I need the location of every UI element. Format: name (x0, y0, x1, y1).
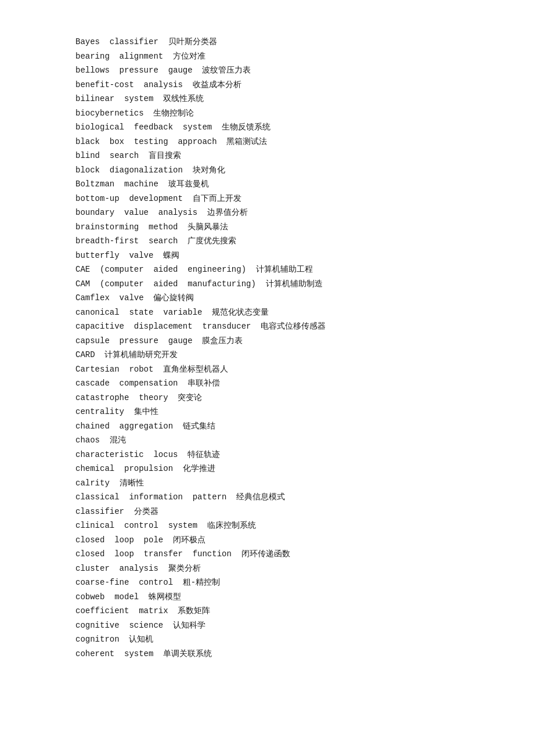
english-term: breadth-first search (75, 236, 187, 246)
chinese-term: 生物控制论 (153, 109, 194, 118)
english-term: CAM (computer aided manufacturing) (75, 279, 266, 289)
english-term: biocybernetics (75, 109, 153, 118)
chinese-term: 混沌 (110, 435, 126, 445)
list-item: bellows pressure gauge 波纹管压力表 (75, 63, 459, 78)
list-item: CAM (computer aided manufacturing) 计算机辅助… (75, 277, 459, 291)
chinese-term: 突变论 (178, 393, 202, 402)
chinese-term: 玻耳兹曼机 (168, 179, 209, 189)
list-item: brainstorming method 头脑风暴法 (75, 220, 459, 235)
chinese-term: 集中性 (134, 407, 158, 416)
chinese-term: 膜盒压力表 (202, 336, 243, 345)
english-term: biological feedback system (75, 123, 222, 132)
list-item: CARD 计算机辅助研究开发 (75, 348, 459, 362)
chinese-term: 计算机辅助制造 (266, 279, 323, 289)
list-item: cluster analysis 聚类分析 (75, 561, 459, 576)
english-term: CAE (computer aided engineering) (75, 265, 256, 274)
list-item: capacitive displacement transducer 电容式位移… (75, 319, 459, 334)
list-item: Bayes classifier 贝叶斯分类器 (75, 35, 459, 49)
list-item: coefficient matrix 系数矩阵 (75, 604, 459, 618)
chinese-term: 分类器 (134, 507, 158, 516)
chinese-term: 化学推进 (183, 464, 215, 473)
list-item: chaos 混沌 (75, 433, 459, 448)
chinese-term: 单调关联系统 (163, 649, 212, 658)
list-item: blind search 盲目搜索 (75, 149, 459, 163)
chinese-term: 方位对准 (173, 52, 205, 61)
chinese-term: 电容式位移传感器 (261, 322, 326, 331)
chinese-term: 临床控制系统 (207, 521, 256, 530)
list-item: benefit-cost analysis 收益成本分析 (75, 78, 459, 92)
list-item: catastrophe theory 突变论 (75, 391, 459, 405)
english-term: cobweb model (75, 592, 149, 602)
list-item: bottom-up development 自下而上开发 (75, 192, 459, 206)
english-term: cognitron (75, 635, 129, 644)
chinese-term: 闭环极点 (173, 535, 205, 545)
list-item: capsule pressure gauge 膜盒压力表 (75, 334, 459, 348)
chinese-term: 计算机辅助研究开发 (104, 350, 178, 359)
english-term: catastrophe theory (75, 393, 178, 402)
english-term: closed loop pole (75, 535, 173, 545)
english-term: CARD (75, 350, 104, 359)
english-term: Bayes classifier (75, 37, 168, 46)
list-item: CAE (computer aided engineering) 计算机辅助工程 (75, 262, 459, 277)
english-term: coarse-fine control (75, 578, 183, 587)
list-item: classifier 分类器 (75, 505, 459, 519)
chinese-term: 特征轨迹 (187, 450, 220, 459)
chinese-term: 盲目搜索 (149, 151, 181, 160)
list-item: cascade compensation 串联补偿 (75, 376, 459, 391)
english-term: black box testing approach (75, 137, 226, 146)
list-item: Cartesian robot 直角坐标型机器人 (75, 362, 459, 377)
glossary-content: Bayes classifier 贝叶斯分类器bearing alignment… (75, 35, 459, 661)
chinese-term: 链式集结 (183, 422, 215, 431)
list-item: characteristic locus 特征轨迹 (75, 448, 459, 462)
english-term: blind search (75, 151, 149, 160)
english-term: butterfly valve (75, 251, 163, 260)
english-term: Cartesian robot (75, 365, 163, 374)
chinese-term: 双线性系统 (163, 94, 204, 103)
chinese-term: 广度优先搜索 (187, 236, 236, 246)
list-item: butterfly valve 蝶阀 (75, 249, 459, 263)
chinese-term: 认知科学 (173, 621, 205, 630)
english-term: closed loop transfer function (75, 549, 241, 559)
english-term: capsule pressure gauge (75, 336, 202, 345)
chinese-term: 聚类分析 (168, 564, 201, 573)
chinese-term: 头脑风暴法 (187, 222, 228, 232)
list-item: boundary value analysis 边界值分析 (75, 206, 459, 220)
chinese-term: 串联补偿 (187, 379, 220, 388)
english-term: canonical state variable (75, 308, 212, 317)
list-item: closed loop pole 闭环极点 (75, 533, 459, 548)
chinese-term: 系数矩阵 (178, 606, 210, 615)
english-term: cascade compensation (75, 379, 187, 388)
english-term: bilinear system (75, 94, 163, 103)
english-term: coherent system (75, 649, 163, 658)
list-item: block diagonalization 块对角化 (75, 163, 459, 178)
english-term: calrity (75, 478, 120, 488)
list-item: classical information pattern 经典信息模式 (75, 490, 459, 505)
english-term: benefit-cost analysis (75, 80, 193, 89)
english-term: brainstorming method (75, 222, 187, 232)
list-item: cognitron 认知机 (75, 632, 459, 647)
chinese-term: 粗-精控制 (183, 578, 220, 587)
english-term: chained aggregation (75, 422, 183, 431)
list-item: biological feedback system 生物反馈系统 (75, 120, 459, 135)
chinese-term: 直角坐标型机器人 (163, 365, 228, 374)
list-item: bilinear system 双线性系统 (75, 92, 459, 106)
list-item: canonical state variable 规范化状态变量 (75, 305, 459, 320)
chinese-term: 经典信息模式 (236, 492, 285, 502)
chinese-term: 规范化状态变量 (212, 308, 269, 317)
english-term: Boltzman machine (75, 179, 168, 189)
english-term: Camflex valve (75, 293, 153, 303)
english-term: capacitive displacement transducer (75, 322, 261, 331)
chinese-term: 块对角化 (193, 165, 225, 175)
english-term: coefficient matrix (75, 606, 178, 615)
chinese-term: 计算机辅助工程 (256, 265, 313, 274)
english-term: classifier (75, 507, 134, 516)
english-term: centrality (75, 407, 134, 416)
english-term: classical information pattern (75, 492, 236, 502)
list-item: coherent system 单调关联系统 (75, 647, 459, 661)
chinese-term: 波纹管压力表 (202, 66, 251, 75)
list-item: calrity 清晰性 (75, 476, 459, 491)
chinese-term: 收益成本分析 (193, 80, 241, 89)
chinese-term: 清晰性 (120, 478, 144, 488)
english-term: cluster analysis (75, 564, 168, 573)
list-item: clinical control system 临床控制系统 (75, 519, 459, 533)
